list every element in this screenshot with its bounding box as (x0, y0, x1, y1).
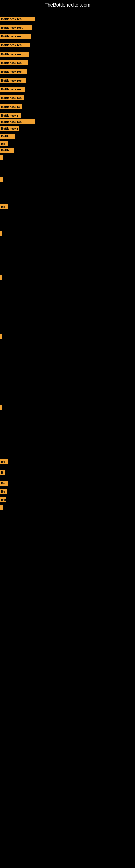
bar-label: Bo (0, 459, 8, 464)
bar-row (0, 405, 2, 410)
bar-row: Bottleneck resu (0, 34, 31, 39)
bar-row: Bottleneck res (0, 119, 35, 124)
bar-label: Bottleneck resu (0, 34, 31, 39)
bar-row (0, 335, 2, 339)
bar-label (0, 335, 2, 339)
bar-label (0, 405, 2, 410)
bar-row: Bo (0, 141, 8, 146)
bar-label: Bottleneck res (0, 61, 28, 65)
bar-row: Bottleneck res (0, 78, 26, 83)
bar-label: Bottleneck res (0, 87, 25, 92)
bar-row: Bottle (0, 148, 14, 153)
bar-label: Bottleneck r (0, 126, 19, 131)
bar-row: Bottleneck res (0, 69, 27, 74)
bar-label: Bottle (0, 148, 14, 153)
bar-label: Bo (0, 489, 7, 494)
bar-row: Bottleneck re (0, 104, 22, 109)
bar-row (0, 231, 2, 236)
bar-label: Bottleneck r (0, 113, 21, 118)
bar-row: Bottleneck res (0, 87, 25, 92)
bar-label: Bo (0, 481, 8, 486)
bar-row: Bottleneck resu (0, 42, 30, 48)
bar-label: Bottleneck resu (0, 17, 35, 22)
bar-label: Bo (0, 141, 8, 146)
bar-row: Bo (0, 489, 7, 494)
bar-row: Bottleneck res (0, 52, 29, 57)
bar-row (0, 155, 3, 160)
bar-label: Bottleneck resu (0, 25, 32, 30)
bar-label: Bottleneck re (0, 104, 22, 109)
bar-row: Bottleneck r (0, 113, 21, 118)
bar-label (0, 275, 2, 280)
bar-label: Bottlen (0, 134, 15, 138)
bar-label: Bottleneck res (0, 95, 24, 100)
bar-row: Bo (0, 459, 8, 464)
bar-label: Bottleneck res (0, 78, 26, 83)
bar-row: Bottleneck res (0, 61, 28, 65)
bar-label: Bo (0, 204, 8, 209)
bar-row (0, 505, 3, 510)
bar-label (0, 505, 3, 510)
bar-label (0, 177, 3, 182)
bar-row: Bottleneck r (0, 126, 19, 131)
site-title: TheBottlenecker.com (0, 0, 135, 9)
bar-row (0, 275, 2, 280)
bar-row: Bottleneck resu (0, 17, 35, 22)
bar-row: Bo (0, 204, 8, 209)
bar-row (0, 177, 3, 182)
bar-label: Bottleneck res (0, 69, 27, 74)
bar-label: Bot (0, 497, 6, 502)
bar-label: Bottleneck res (0, 119, 35, 124)
bar-label: Bottleneck res (0, 52, 29, 57)
bar-row: Bot (0, 497, 6, 502)
bar-row: B (0, 470, 5, 475)
bar-row: Bottleneck res (0, 95, 24, 100)
bar-label (0, 231, 2, 236)
bar-row: Bo (0, 481, 8, 486)
bar-row: Bottlen (0, 134, 15, 138)
bar-label: Bottleneck resu (0, 42, 30, 48)
bar-row: Bottleneck resu (0, 25, 32, 30)
bar-label: B (0, 470, 5, 475)
bar-label (0, 155, 3, 160)
